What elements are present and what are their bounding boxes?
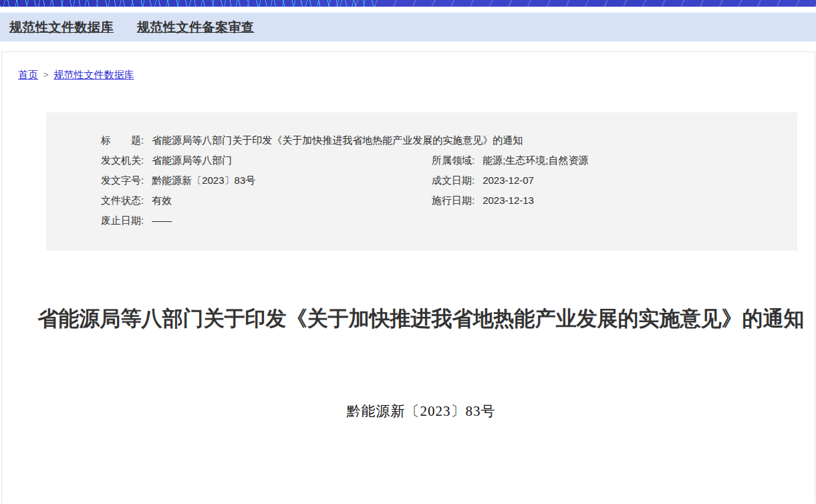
meta-row-agency-domain: 发文机关: 省能源局等八部门 所属领域: 能源;生态环境;自然资源 — [101, 150, 797, 170]
field-effective-date-label: 施行日期: — [432, 191, 474, 211]
tab-normative-documents-filing-review[interactable]: 规范性文件备案审查 — [137, 19, 255, 36]
meta-row-title: 标 题: 省能源局等八部门关于印发《关于加快推进我省地热能产业发展的实施意见》的… — [101, 130, 797, 150]
field-repeal-date-label: 废止日期: — [101, 211, 144, 231]
page-container: 首页 > 规范性文件数据库 标 题: 省能源局等八部门关于印发《关于加快推进我省… — [1, 51, 815, 503]
field-document-status-label: 文件状态: — [101, 191, 144, 211]
breadcrumb: 首页 > 规范性文件数据库 — [2, 52, 815, 81]
field-document-number-value: 黔能源新〔2023〕83号 — [152, 170, 255, 191]
field-issuing-agency-label: 发文机关: — [101, 150, 144, 170]
breadcrumb-home-link[interactable]: 首页 — [18, 68, 38, 81]
tab-bar: 规范性文件数据库 规范性文件备案审查 — [0, 13, 816, 41]
decorative-banner — [0, 0, 816, 7]
meta-row-docnum-date: 发文字号: 黔能源新〔2023〕83号 成文日期: 2023-12-07 — [101, 170, 797, 191]
field-effective-date: 施行日期: 2023-12-13 — [432, 191, 534, 211]
field-title: 标 题: 省能源局等八部门关于印发《关于加快推进我省地热能产业发展的实施意见》的… — [101, 130, 523, 150]
field-repeal-date: 废止日期: —— — [101, 211, 432, 231]
field-issuing-agency-value: 省能源局等八部门 — [152, 150, 232, 170]
banner-streaks-pattern — [326, 0, 816, 7]
field-document-number: 发文字号: 黔能源新〔2023〕83号 — [101, 170, 432, 191]
field-written-date-value: 2023-12-07 — [483, 170, 534, 191]
field-subject-domain-label: 所属领域: — [432, 150, 474, 170]
document-metadata-box: 标 题: 省能源局等八部门关于印发《关于加快推进我省地热能产业发展的实施意见》的… — [46, 112, 797, 251]
field-written-date-label: 成文日期: — [432, 170, 474, 191]
meta-row-repeal: 废止日期: —— — [101, 211, 797, 231]
tab-normative-documents-database[interactable]: 规范性文件数据库 — [9, 19, 114, 36]
field-document-number-label: 发文字号: — [101, 170, 144, 191]
field-repeal-date-value: —— — [152, 211, 172, 231]
field-written-date: 成文日期: 2023-12-07 — [432, 170, 534, 191]
breadcrumb-separator: > — [43, 68, 49, 81]
banner-mesh-pattern — [0, 0, 376, 7]
field-title-label: 标 题: — [101, 130, 144, 150]
field-document-status-value: 有效 — [152, 191, 172, 211]
meta-row-status-effective: 文件状态: 有效 施行日期: 2023-12-13 — [101, 191, 797, 211]
field-issuing-agency: 发文机关: 省能源局等八部门 — [101, 150, 432, 170]
page-title: 省能源局等八部门关于印发《关于加快推进我省地热能产业发展的实施意见》的通知 — [37, 299, 805, 338]
field-effective-date-value: 2023-12-13 — [483, 191, 534, 211]
field-subject-domain: 所属领域: 能源;生态环境;自然资源 — [432, 150, 589, 170]
field-document-status: 文件状态: 有效 — [101, 191, 432, 211]
field-subject-domain-value: 能源;生态环境;自然资源 — [483, 150, 588, 170]
breadcrumb-current-link[interactable]: 规范性文件数据库 — [54, 68, 134, 81]
field-title-value: 省能源局等八部门关于印发《关于加快推进我省地热能产业发展的实施意见》的通知 — [152, 130, 523, 150]
document-number-line: 黔能源新〔2023〕83号 — [37, 402, 805, 420]
